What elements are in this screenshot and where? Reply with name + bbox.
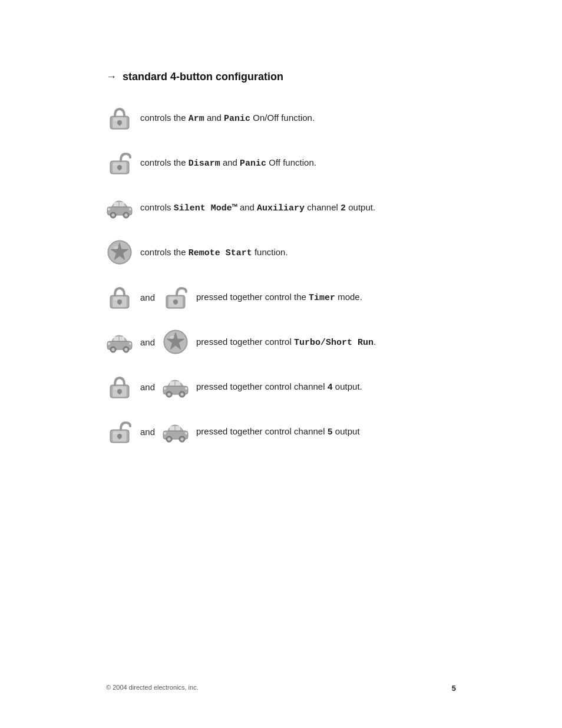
car-icon-4	[162, 418, 189, 445]
svg-rect-49	[119, 391, 121, 394]
lock-open-icon-2	[162, 284, 189, 311]
svg-rect-12	[120, 202, 124, 206]
row-remote-start-text: controls the Remote Start function.	[140, 246, 288, 259]
svg-point-32	[170, 298, 174, 300]
lock-closed-icon-2	[106, 284, 133, 311]
svg-point-69	[168, 438, 171, 441]
svg-point-71	[181, 438, 184, 441]
row-turbo-text: pressed together control Turbo/Short Run…	[196, 335, 376, 349]
row-turbo: and pressed together control Turbo/Short…	[106, 328, 456, 355]
page-content: → standard 4-button configuration contro…	[0, 0, 562, 510]
car-icon-2	[106, 328, 133, 355]
svg-point-40	[108, 342, 110, 345]
svg-point-50	[114, 387, 118, 390]
svg-rect-52	[170, 381, 174, 386]
row-ch5: and pressed together control channel 5 o…	[106, 418, 456, 445]
lock-open-icon-1	[106, 149, 133, 176]
row-silent: controls Silent Mode™ and Auxiliary chan…	[106, 194, 456, 221]
row-ch4: and pressed together control channel 4 o…	[106, 373, 456, 400]
page-number: 5	[452, 684, 456, 693]
svg-point-57	[181, 393, 184, 396]
svg-rect-63	[119, 436, 121, 439]
row-timer-text: pressed together control the Timer mode.	[196, 291, 362, 304]
row-disarm: controls the Disarm and Panic Off functi…	[106, 149, 456, 176]
svg-rect-53	[176, 381, 180, 386]
svg-rect-66	[170, 426, 174, 430]
svg-point-59	[185, 387, 187, 390]
heading-text: standard 4-button configuration	[123, 71, 283, 83]
svg-rect-34	[114, 337, 118, 341]
svg-rect-26	[119, 302, 121, 305]
svg-rect-3	[119, 123, 121, 126]
svg-point-55	[168, 393, 171, 396]
connector-ch4: and	[140, 382, 155, 392]
svg-point-18	[129, 208, 131, 210]
svg-rect-31	[175, 302, 177, 305]
car-icon-3	[162, 373, 189, 400]
svg-point-39	[125, 348, 128, 351]
svg-point-9	[114, 163, 118, 166]
lock-open-icon-3	[106, 418, 133, 445]
row-timer: and pressed together control the Timer m…	[106, 284, 456, 311]
copyright-text: © 2004 directed electronics, inc.	[106, 684, 199, 693]
arrow-icon: →	[106, 71, 117, 83]
svg-rect-11	[114, 202, 118, 206]
row-ch4-text: pressed together control channel 4 outpu…	[196, 380, 362, 394]
svg-point-58	[164, 387, 166, 390]
row-ch5-text: pressed together control channel 5 outpu…	[196, 425, 360, 439]
svg-point-14	[112, 214, 115, 217]
star-icon-2	[162, 328, 189, 355]
svg-point-73	[185, 432, 187, 434]
svg-point-16	[125, 214, 128, 217]
star-icon-1	[106, 239, 133, 266]
lock-closed-icon-1	[106, 104, 133, 131]
row-silent-text: controls Silent Mode™ and Auxiliary chan…	[140, 201, 375, 215]
lock-closed-icon-3	[106, 373, 133, 400]
svg-point-72	[164, 432, 166, 434]
row-arm: controls the Arm and Panic On/Off functi…	[106, 104, 456, 131]
svg-point-17	[108, 208, 110, 210]
svg-rect-8	[119, 167, 121, 170]
svg-rect-67	[176, 426, 180, 430]
svg-point-41	[129, 342, 131, 345]
svg-point-37	[112, 348, 115, 351]
row-arm-text: controls the Arm and Panic On/Off functi…	[140, 111, 315, 125]
car-icon-1	[106, 194, 133, 221]
row-remote-start: controls the Remote Start function.	[106, 239, 456, 266]
svg-point-27	[114, 298, 118, 300]
svg-point-64	[114, 432, 118, 434]
connector-timer: and	[140, 292, 155, 302]
row-disarm-text: controls the Disarm and Panic Off functi…	[140, 156, 316, 170]
section-heading: → standard 4-button configuration	[106, 71, 456, 83]
page-footer: © 2004 directed electronics, inc. 5	[0, 684, 562, 693]
svg-rect-35	[120, 337, 124, 341]
svg-point-4	[114, 118, 118, 121]
connector-ch5: and	[140, 427, 155, 437]
connector-turbo: and	[140, 337, 155, 347]
